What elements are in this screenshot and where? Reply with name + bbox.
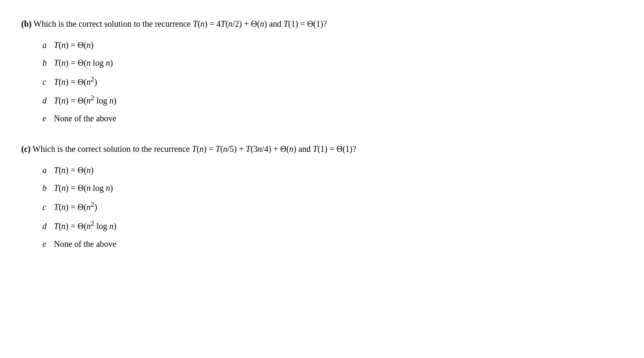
option-b-b-text: T(n) = Θ(n log n) (54, 58, 113, 67)
question-c-label: (c) (21, 144, 31, 154)
option-c-e[interactable]: e None of the above (42, 237, 623, 251)
question-c-text: (c) Which is the correct solution to the… (21, 142, 623, 156)
option-b-b-label: b (42, 56, 52, 70)
question-b-text: (b) Which is the correct solution to the… (21, 17, 623, 31)
option-b-d-text: T(n) = Θ(n2 log n) (54, 96, 116, 105)
option-c-b-text: T(n) = Θ(n log n) (54, 183, 113, 193)
option-b-e[interactable]: e None of the above (42, 112, 623, 125)
option-b-d[interactable]: d T(n) = Θ(n2 log n) (42, 93, 623, 108)
option-c-c-label: c (42, 200, 52, 214)
option-c-b[interactable]: b T(n) = Θ(n log n) (42, 181, 623, 195)
question-b-label: (b) (21, 19, 31, 28)
question-c-options: a T(n) = Θ(n) b T(n) = Θ(n log n) c T(n)… (21, 163, 623, 250)
option-c-d-label: d (42, 219, 52, 233)
option-b-c[interactable]: c T(n) = Θ(n2) (42, 74, 623, 89)
option-c-a[interactable]: a T(n) = Θ(n) (42, 163, 623, 177)
option-b-a[interactable]: a T(n) = Θ(n) (42, 38, 623, 52)
option-b-e-label: e (42, 112, 52, 125)
question-b: (b) Which is the correct solution to the… (21, 17, 623, 125)
option-b-c-label: c (42, 75, 52, 89)
question-b-options: a T(n) = Θ(n) b T(n) = Θ(n log n) c T(n)… (21, 38, 623, 125)
option-c-a-label: a (42, 163, 52, 177)
option-c-a-text: T(n) = Θ(n) (54, 165, 94, 175)
option-c-e-text: None of the above (54, 239, 116, 249)
option-c-b-label: b (42, 181, 52, 195)
question-c: (c) Which is the correct solution to the… (21, 142, 623, 250)
option-b-a-label: a (42, 38, 52, 52)
option-b-e-text: None of the above (54, 114, 116, 123)
option-c-d[interactable]: d T(n) = Θ(n2 log n) (42, 218, 623, 233)
option-c-e-label: e (42, 237, 52, 251)
option-b-a-text: T(n) = Θ(n) (54, 40, 94, 50)
option-b-b[interactable]: b T(n) = Θ(n log n) (42, 56, 623, 70)
page-content: (b) Which is the correct solution to the… (21, 17, 623, 251)
option-c-c[interactable]: c T(n) = Θ(n2) (42, 199, 623, 214)
option-c-c-text: T(n) = Θ(n2) (54, 202, 97, 212)
option-b-d-label: d (42, 94, 52, 107)
option-b-c-text: T(n) = Θ(n2) (54, 77, 97, 87)
option-c-d-text: T(n) = Θ(n2 log n) (54, 221, 116, 231)
